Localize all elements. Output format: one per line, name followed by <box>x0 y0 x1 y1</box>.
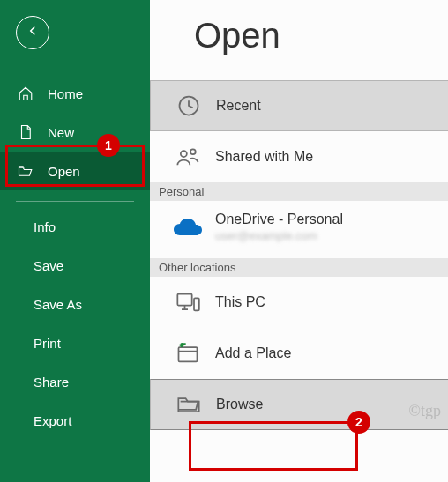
svg-rect-4 <box>194 298 199 310</box>
nav-new[interactable]: New <box>0 113 150 152</box>
watermark: ©tgp <box>408 402 441 420</box>
nav-share-label: Share <box>34 374 69 389</box>
onedrive-text: OneDrive - Personal user@example.com <box>215 211 343 242</box>
source-onedrive[interactable]: OneDrive - Personal user@example.com <box>150 201 448 258</box>
back-button[interactable] <box>16 16 49 49</box>
source-shared[interactable]: Shared with Me <box>150 131 448 182</box>
back-arrow-icon <box>25 23 41 42</box>
source-browse-label: Browse <box>216 397 263 412</box>
annotation-badge-1: 1 <box>97 134 120 157</box>
svg-rect-3 <box>177 294 191 306</box>
nav-home[interactable]: Home <box>0 74 150 113</box>
page-title: Open <box>150 0 448 80</box>
nav-new-label: New <box>48 125 74 140</box>
nav-print-label: Print <box>34 336 61 351</box>
nav-export-label: Export <box>34 413 71 428</box>
nav-save-as-label: Save As <box>34 297 82 312</box>
add-place-icon <box>169 341 206 366</box>
onedrive-title: OneDrive - Personal <box>215 211 343 227</box>
this-pc-icon <box>169 290 206 315</box>
nav-info-label: Info <box>34 219 56 234</box>
source-shared-label: Shared with Me <box>215 149 313 165</box>
source-browse[interactable]: Browse <box>150 379 448 430</box>
sidebar-divider <box>16 201 134 202</box>
folder-open-icon <box>18 163 37 179</box>
nav-open[interactable]: Open <box>0 152 150 190</box>
source-add-place[interactable]: Add a Place <box>150 328 448 379</box>
onedrive-icon <box>169 218 206 237</box>
folder-icon <box>170 392 207 417</box>
nav-save-label: Save <box>34 258 63 273</box>
nav-save[interactable]: Save <box>0 246 150 285</box>
source-add-place-label: Add a Place <box>215 345 291 361</box>
open-panel: Open Recent Shared with Me Personal OneD… <box>150 0 448 482</box>
nav-save-as[interactable]: Save As <box>0 285 150 323</box>
svg-point-1 <box>181 151 187 157</box>
nav-open-label: Open <box>48 164 80 179</box>
section-other: Other locations <box>150 258 448 277</box>
annotation-badge-2: 2 <box>347 411 370 434</box>
section-personal: Personal <box>150 182 448 201</box>
source-recent[interactable]: Recent <box>150 80 448 131</box>
home-icon <box>18 85 37 101</box>
backstage-sidebar: Home New Open Info Save Save As Print Sh… <box>0 0 150 482</box>
source-recent-label: Recent <box>216 98 261 114</box>
onedrive-account: user@example.com <box>215 229 343 242</box>
svg-point-2 <box>190 149 196 154</box>
source-this-pc-label: This PC <box>215 294 265 310</box>
nav-share[interactable]: Share <box>0 362 150 401</box>
nav-info[interactable]: Info <box>0 207 150 246</box>
nav-export[interactable]: Export <box>0 401 150 440</box>
source-this-pc[interactable]: This PC <box>150 277 448 328</box>
nav-print[interactable]: Print <box>0 323 150 362</box>
nav-home-label: Home <box>48 86 83 101</box>
document-icon <box>18 124 37 140</box>
people-icon <box>169 145 206 169</box>
clock-icon <box>170 93 207 118</box>
svg-rect-5 <box>179 347 198 361</box>
